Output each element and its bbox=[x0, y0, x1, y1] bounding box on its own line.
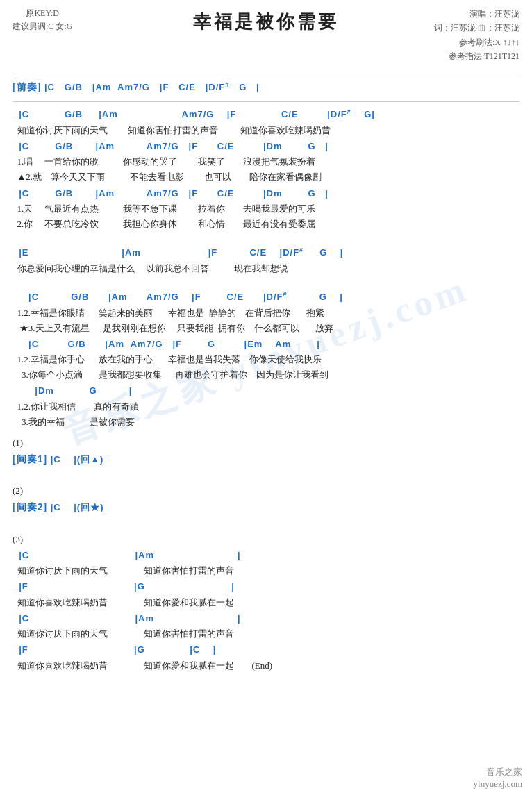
ref-method: 参考刷法:X ↑↓↑↓ bbox=[434, 35, 519, 49]
verse1-lyric3a: 1.天 气最近有点热 我等不急下课 拉着你 去喝我最爱的可乐 bbox=[13, 201, 519, 217]
outro-chord4: |F |G |C | bbox=[13, 642, 519, 658]
outro-chord2: |F |G | bbox=[13, 578, 519, 594]
chorus1-lyric1a: 1.2.幸福是你眼睛 笑起来的美丽 幸福也是 静静的 在背后把你 抱紧 bbox=[13, 306, 519, 321]
pre-chorus-chord: |E |Am |F C/E |D/F# G | bbox=[13, 244, 519, 261]
key-suggest: 建议男调:C 女:G bbox=[13, 20, 72, 33]
section-verse1: |C G/B |Am Am7/G |F C/E |D/F# G| 知道你讨厌下雨… bbox=[13, 106, 519, 232]
verse1-chord1: |C G/B |Am Am7/G |F C/E |D/F# G| bbox=[13, 106, 519, 123]
outro-lyric1: 知道你讨厌下雨的天气 知道你害怕打雷的声音 bbox=[13, 563, 519, 578]
page: 音乐之家 yinyuezj.com 原KEY:D 建议男调:C 女:G 幸福是被… bbox=[0, 0, 532, 721]
pre-chorus-lyric: 你总爱问我心理的幸福是什么 以前我总不回答 现在我却想说 bbox=[13, 261, 519, 276]
interlude2-chords: [间奏2] |C |(回★) bbox=[13, 499, 519, 516]
marker2: (2) bbox=[13, 483, 519, 499]
section-chorus1: |C G/B |Am Am7/G |F C/E |D/F# G | 1.2.幸福… bbox=[13, 289, 519, 430]
outro-lyric4: 知道你喜欢吃辣喝奶昔 知道你爱和我腻在一起 (End) bbox=[13, 658, 519, 673]
interlude1-label: [间奏1] bbox=[13, 453, 47, 465]
interlude2-label: [间奏2] bbox=[13, 501, 47, 512]
marker3: (3) bbox=[13, 532, 519, 547]
verse1-lyric1: 知道你讨厌下雨的天气 知道你害怕打雷的声音 知道你喜欢吃辣喝奶昔 bbox=[13, 123, 519, 138]
verse1-lyric2a: 1.唱 一首给你的歌 你感动的哭了 我笑了 浪漫把气氛装扮着 bbox=[13, 154, 519, 169]
key-info: 原KEY:D 建议男调:C 女:G bbox=[13, 7, 72, 33]
interlude1-chords: [间奏1] |C |(回▲) bbox=[13, 451, 519, 468]
chorus1-lyric2a: 1.2.幸福是你手心 放在我的手心 幸福也是当我失落 你像天使给我快乐 bbox=[13, 352, 519, 367]
chorus1-lyric2b: 3.你每个小点滴 是我都想要收集 再难也会守护着你 因为是你让我看到 bbox=[13, 367, 519, 383]
key-original: 原KEY:D bbox=[13, 7, 72, 20]
divider-top bbox=[13, 74, 519, 74]
outro-chord3: |C |Am | bbox=[13, 610, 519, 626]
chorus1-lyric3a: 1.2.你让我相信 真的有奇蹟 bbox=[13, 399, 519, 415]
verse1-lyric3b: 2.你 不要总吃冷饮 我担心你身体 和心情 最近有没有受委屈 bbox=[13, 217, 519, 232]
meta-right: 演唱：汪苏泷 词：汪苏泷 曲：汪苏泷 参考刷法:X ↑↓↑↓ 参考指法:T121… bbox=[434, 7, 519, 64]
divider-1 bbox=[13, 101, 519, 102]
prelude-chords: [前奏] |C G/B |Am Am7/G |F C/E |D/F# G | bbox=[13, 78, 519, 96]
section-pre-chorus: |E |Am |F C/E |D/F# G | 你总爱问我心理的幸福是什么 以前… bbox=[13, 244, 519, 276]
section-interlude1: (1) [间奏1] |C |(回▲) bbox=[13, 435, 519, 468]
logo-line2: yinyuezj.com bbox=[474, 778, 522, 789]
ref-finger: 参考指法:T121T121 bbox=[434, 49, 519, 63]
outro-lyric3: 知道你讨厌下雨的天气 知道你害怕打雷的声音 bbox=[13, 626, 519, 642]
chorus1-chord3: |Dm G | bbox=[13, 383, 519, 399]
section-outro: (3) |C |Am | 知道你讨厌下雨的天气 知道你害怕打雷的声音 |F |G… bbox=[13, 532, 519, 673]
verse1-chord3: |C G/B |Am Am7/G |F C/E |Dm G | bbox=[13, 185, 519, 201]
lyrics-by: 词：汪苏泷 曲：汪苏泷 bbox=[434, 21, 519, 35]
chorus1-lyric1b: ★3.天上又有流星 是我刚刚在想你 只要我能 拥有你 什么都可以 放弃 bbox=[13, 321, 519, 336]
header: 原KEY:D 建议男调:C 女:G 幸福是被你需要 演唱：汪苏泷 词：汪苏泷 曲… bbox=[13, 7, 519, 69]
outro-chord1: |C |Am | bbox=[13, 547, 519, 563]
verse1-lyric2b: ▲2.就 算今天又下雨 不能去看电影 也可以 陪你在家看偶像剧 bbox=[13, 169, 519, 185]
singer: 演唱：汪苏泷 bbox=[434, 7, 519, 21]
chorus1-chord2: |C G/B |Am Am7/G |F G |Em Am | bbox=[13, 336, 519, 352]
section-interlude2: (2) [间奏2] |C |(回★) bbox=[13, 483, 519, 516]
verse1-chord2: |C G/B |Am Am7/G |F C/E |Dm G | bbox=[13, 138, 519, 154]
chorus1-chord1: |C G/B |Am Am7/G |F C/E |D/F# G | bbox=[13, 289, 519, 306]
section-prelude: [前奏] |C G/B |Am Am7/G |F C/E |D/F# G | bbox=[13, 78, 519, 96]
chorus1-lyric3b: 3.我的幸福 是被你需要 bbox=[13, 415, 519, 430]
bottom-logo: 音乐之家 yinyuezj.com bbox=[474, 766, 522, 789]
prelude-label: [前奏] bbox=[13, 81, 41, 92]
marker1: (1) bbox=[13, 435, 519, 451]
logo-line1: 音乐之家 bbox=[474, 766, 522, 778]
outro-lyric2: 知道你喜欢吃辣喝奶昔 知道你爱和我腻在一起 bbox=[13, 595, 519, 610]
